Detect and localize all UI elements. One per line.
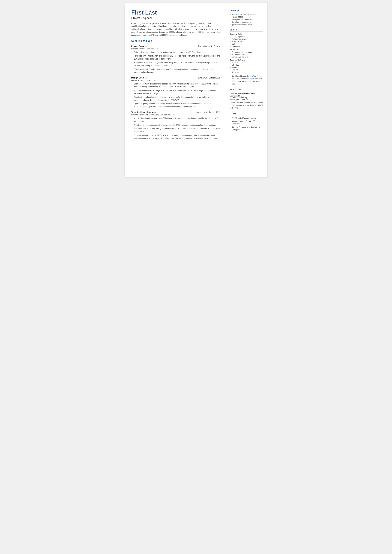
bullet-2-1: Assisted the line supervisor in the acqu… xyxy=(131,124,220,127)
other-item-0: PMP-Certified Project Manager. xyxy=(230,117,263,119)
job-bullets-0: Delivered 10 multimillion-dollar project… xyxy=(131,51,220,74)
job-title-header: Project Engineer xyxy=(131,16,220,20)
bullet-1-0: Created innovative technological designs… xyxy=(131,83,220,88)
technique-2: Control Systems Design xyxy=(230,56,263,58)
job-company-1: Growthsi, San Francisco, CA xyxy=(131,79,220,82)
job-title-0: Project Engineer xyxy=(131,45,148,47)
edu-degree: Bachelor of Science xyxy=(230,95,263,97)
other-list: PMP-Certified Project Manager. Member, N… xyxy=(230,117,263,131)
edu-field: Electrical Engineering xyxy=(230,97,263,99)
job-title-1: Design Engineer xyxy=(131,77,148,79)
tech-skill-3: SQL xyxy=(230,43,263,45)
education-label: EDUCATION xyxy=(230,89,263,91)
job-bullets-2: Improved customer revenue by $1.5M every… xyxy=(131,117,220,140)
bullet-0-2: Supervised a team of 23 engineers by ins… xyxy=(131,61,220,67)
job-header-1: Design Engineer June 2013 – October 2015 xyxy=(131,77,220,79)
tool-1: InDesign xyxy=(230,64,263,66)
bullet-2-3: Boosted sales from start to $700K in jus… xyxy=(131,134,220,140)
tool-3: Civil 3D xyxy=(230,69,263,71)
tech-skill-2: SOLIDWORKS xyxy=(230,41,263,42)
contact-list: Nashville, TN (Open to Remote) +1-989-55… xyxy=(230,14,263,26)
tool-2: Sketch xyxy=(230,66,263,68)
tech-skill-1: CATIA (Experienced) xyxy=(230,38,263,40)
skills-label: SKILLS xyxy=(230,29,263,32)
tool-0: AutoCAD xyxy=(230,62,263,64)
bullet-2-0: Improved customer revenue by $1.5M every… xyxy=(131,117,220,123)
education-section: EDUCATION Resume Worded University Bache… xyxy=(230,89,263,109)
job-dates-2: August 2010 – January 2013 xyxy=(196,111,220,113)
left-column: First Last Project Engineer Project Engi… xyxy=(125,3,226,177)
bullet-2-2: Secured $200K for a new facility that he… xyxy=(131,127,220,133)
other-section: OTHER PMP-Certified Project Manager. Mem… xyxy=(230,112,263,131)
job-dates-0: November 2015 – Present xyxy=(198,45,220,47)
contact-item-2: email@resumeworded.com xyxy=(230,19,263,21)
contact-label: CONTACT xyxy=(230,9,263,12)
right-column: CONTACT Nashville, TN (Open to Remote) +… xyxy=(226,3,267,177)
technique-1: Engineering Design xyxy=(230,54,263,56)
tool-4: Illustrator xyxy=(230,71,263,73)
techniques-list: Engineering Management Engineering Desig… xyxy=(230,51,263,58)
edu-location: Boston, MA — July 2010 xyxy=(230,99,263,101)
tech-skill-0: MATLAB (Advanced) xyxy=(230,36,263,38)
job-company-2: Resume Worded's Exciting Company, New Yo… xyxy=(131,114,220,116)
techniques-category: Techniques: xyxy=(230,49,263,50)
job-block-2: Technical Sales Engineer August 2010 – J… xyxy=(131,111,220,140)
other-item-1: Member, National Society of Future Engin… xyxy=(230,120,263,125)
resume-worded-link[interactable]: Resume Worded xyxy=(246,75,259,77)
other-label: OTHER xyxy=(230,112,263,115)
contact-item-1: +1-989-555-554 xyxy=(230,16,263,18)
contact-item-0: Nashville, TN (Open to Remote) xyxy=(230,14,263,15)
technical-skills-list: MATLAB (Advanced) CATIA (Experienced) SO… xyxy=(230,36,263,47)
skills-note: Don't forget to use Resume Worded to sca… xyxy=(230,75,263,85)
name-title-block: First Last Project Engineer xyxy=(131,9,220,20)
summary-text: Project Engineer with 9+ years of experi… xyxy=(131,22,220,37)
edu-school: Resume Worded University xyxy=(230,93,263,95)
full-name: First Last xyxy=(131,9,220,16)
technique-0: Engineering Management xyxy=(230,51,263,53)
bullet-1-2: Constructed and deployed electrical cont… xyxy=(131,96,220,102)
job-header-2: Technical Sales Engineer August 2010 – J… xyxy=(131,111,220,113)
contact-section: CONTACT Nashville, TN (Open to Remote) +… xyxy=(230,9,263,26)
job-bullets-1: Created innovative technological designs… xyxy=(131,83,220,108)
job-block-0: Project Engineer November 2015 – Present… xyxy=(131,45,220,74)
bullet-1-1: Slashed lead times on 15 projects from 1… xyxy=(131,89,220,95)
bullet-0-0: Delivered 10 multimillion-dollar project… xyxy=(131,51,220,54)
work-experience-label: WORK EXPERIENCE xyxy=(131,40,220,43)
job-title-2: Technical Sales Engineer xyxy=(131,111,156,113)
other-item-2: Certified Professional in Engineering Ma… xyxy=(230,126,263,131)
job-block-1: Design Engineer June 2013 – October 2015… xyxy=(131,77,220,108)
job-company-0: Resume Worded, New York, NY xyxy=(131,48,220,50)
edu-entry-0: Resume Worded University Bachelor of Sci… xyxy=(230,93,263,109)
skills-section: SKILLS Technical Skills: MATLAB (Advance… xyxy=(230,29,263,85)
contact-item-4: github.com/resumeworded xyxy=(230,24,263,26)
edu-awards: Awards: Resume Worded Teaching Fellow (o… xyxy=(230,101,263,109)
tools-category: Tools and Software: xyxy=(230,59,263,61)
contact-item-3: linkedin.com/in/username xyxy=(230,21,263,23)
tech-skill-4: Bluebeam xyxy=(230,45,263,47)
job-dates-1: June 2013 – October 2015 xyxy=(198,77,220,79)
tools-list: AutoCAD InDesign Sketch Civil 3D Illustr… xyxy=(230,62,263,73)
bullet-0-3: Collaborated with 5 project managers, an… xyxy=(131,68,220,74)
bullet-0-1: Partnered with 50 contractors and succes… xyxy=(131,55,220,60)
job-header-0: Project Engineer November 2015 – Present xyxy=(131,45,220,47)
technical-category: Technical Skills: xyxy=(230,33,263,35)
bullet-1-3: Upgraded quality standards company-wide … xyxy=(131,102,220,108)
resume-page: First Last Project Engineer Project Engi… xyxy=(125,3,267,177)
skills-note-text: Don't forget to use xyxy=(232,75,247,77)
